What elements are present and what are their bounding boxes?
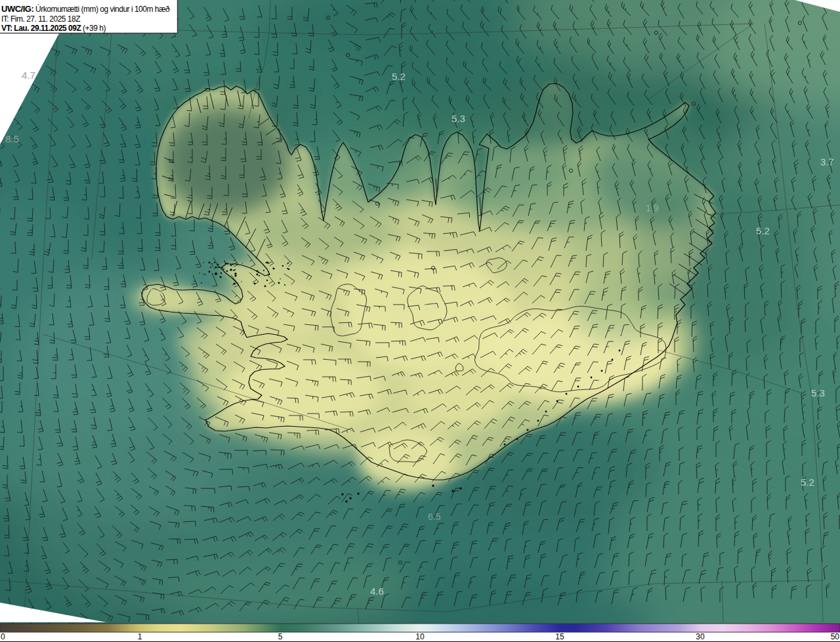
svg-text:15: 15 (555, 632, 564, 641)
svg-text:50: 50 (831, 632, 840, 641)
svg-text:1.1: 1.1 (424, 301, 437, 312)
svg-text:1.1: 1.1 (503, 324, 516, 334)
svg-text:4.7: 4.7 (22, 70, 35, 81)
svg-text:5.3: 5.3 (811, 387, 825, 398)
svg-text:UWC/IG: Úrkomumætti (mm) og vi: UWC/IG: Úrkomumætti (mm) og vindur i 100… (1, 4, 170, 14)
svg-text:5: 5 (278, 632, 283, 641)
svg-text:30: 30 (696, 632, 705, 641)
svg-text:10: 10 (415, 632, 425, 641)
svg-text:1: 1 (138, 632, 142, 641)
svg-text:5.2: 5.2 (392, 71, 406, 82)
svg-text:8.5: 8.5 (5, 133, 19, 144)
svg-text:5.2: 5.2 (756, 225, 770, 236)
svg-text:4.6: 4.6 (370, 586, 384, 597)
svg-text:1.3: 1.3 (613, 330, 626, 341)
svg-text:1.9: 1.9 (646, 203, 659, 213)
svg-text:3.7: 3.7 (820, 156, 834, 167)
svg-text:IT: Fim. 27. 11. 2025 18Z: IT: Fim. 27. 11. 2025 18Z (1, 14, 80, 24)
svg-text:6.5: 6.5 (428, 511, 441, 522)
svg-text:5.3: 5.3 (452, 113, 465, 124)
svg-text:5.2: 5.2 (801, 477, 814, 488)
svg-text:VT: Lau. 29.11.2025 09Z (+39 h: VT: Lau. 29.11.2025 09Z (+39 h) (1, 24, 106, 33)
svg-text:0: 0 (1, 632, 5, 641)
svg-text:2.0: 2.0 (150, 287, 163, 297)
